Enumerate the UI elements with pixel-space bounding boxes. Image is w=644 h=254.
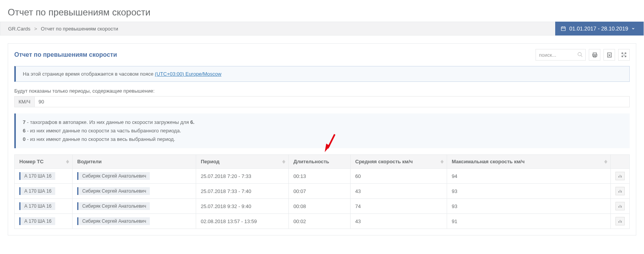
- svg-marker-22: [441, 162, 444, 164]
- cell-driver: Сибиряк Сергей Анатольевич: [73, 199, 196, 214]
- driver-tag[interactable]: Сибиряк Сергей Анатольевич: [77, 172, 150, 180]
- tz-prefix: На этой странице время отображается в ча…: [23, 71, 155, 77]
- date-range-text: 01.01.2017 - 28.10.2019: [569, 25, 628, 32]
- filter-label: Будут показаны только периоды, содержащи…: [14, 88, 630, 94]
- breadcrumb-root[interactable]: GR.Cards: [8, 26, 31, 32]
- bar-chart-icon: [618, 174, 622, 178]
- cell-duration: 00:08: [289, 199, 351, 214]
- cell-max: 91: [447, 214, 611, 229]
- cell-period: 25.07.2018 7:20 - 7:33: [196, 169, 289, 184]
- cell-action: [611, 169, 630, 184]
- speed-threshold-input[interactable]: [35, 96, 630, 107]
- row-chart-button[interactable]: [615, 187, 625, 195]
- panel-head: Отчет по превышениям скорости: [8, 44, 636, 66]
- sort-icon: [441, 160, 444, 164]
- cell-vehicle: А 170 ША 16: [15, 169, 73, 184]
- cell-max: 93: [447, 184, 611, 199]
- vehicle-tag[interactable]: А 170 ША 16: [19, 172, 55, 180]
- cell-duration: 00:02: [289, 214, 351, 229]
- col-max[interactable]: Максимальная скорость км/ч: [447, 155, 611, 169]
- expand-icon: [621, 52, 627, 58]
- cell-driver: Сибиряк Сергей Анатольевич: [73, 184, 196, 199]
- part-text: - из них имеют данные по скорости за час…: [25, 128, 181, 134]
- full-text: - из них имеют данные по скорости за вес…: [25, 136, 175, 142]
- svg-point-4: [578, 52, 581, 56]
- row-chart-button[interactable]: [615, 217, 625, 225]
- table-row: А 170 ША 16Сибиряк Сергей Анатольевич02.…: [15, 214, 630, 229]
- col-drivers[interactable]: Водители: [73, 155, 196, 169]
- cell-action: [611, 199, 630, 214]
- cell-period: 25.07.2018 9:32 - 9:40: [196, 199, 289, 214]
- chevron-down-icon: [631, 27, 635, 30]
- col-period-label: Период: [201, 159, 220, 164]
- cell-duration: 00:07: [289, 184, 351, 199]
- panel-title: Отчет по превышениям скорости: [14, 51, 117, 58]
- cell-driver: Сибиряк Сергей Анатольевич: [73, 214, 196, 229]
- col-avg[interactable]: Средняя скорость км/ч: [351, 155, 447, 169]
- cell-vehicle: А 170 ША 16: [15, 214, 73, 229]
- cell-action: [611, 184, 630, 199]
- speed-input-group: КМ/Ч: [14, 96, 630, 107]
- svg-marker-20: [282, 162, 285, 164]
- tach-text: - тахографов в автопарке. Из них данные …: [25, 119, 190, 125]
- driver-tag[interactable]: Сибиряк Сергей Анатольевич: [77, 217, 150, 225]
- driver-tag[interactable]: Сибиряк Сергей Анатольевич: [77, 202, 150, 210]
- bar-chart-icon: [618, 204, 622, 208]
- print-icon: [592, 52, 598, 58]
- row-chart-button[interactable]: [615, 202, 625, 210]
- table-header-row: Номер ТС Водители Период Длительность Ср…: [15, 155, 630, 169]
- svg-line-12: [622, 53, 624, 54]
- cell-vehicle: А 170 ША 16: [15, 199, 73, 214]
- bar-chart-icon: [618, 219, 622, 224]
- date-range-picker[interactable]: 01.01.2017 - 28.10.2019: [555, 22, 644, 36]
- summary-line-3: 0 - из них имеют данные по скорости за в…: [23, 135, 623, 144]
- bar-chart-icon: [618, 189, 622, 193]
- col-vehicle-label: Номер ТС: [19, 159, 44, 164]
- timezone-callout: На этой странице время отображается в ча…: [14, 66, 630, 82]
- report-table: Номер ТС Водители Период Длительность Ср…: [14, 154, 630, 229]
- report-panel: Отчет по превышениям скорости На этой ст…: [8, 43, 636, 235]
- vehicle-tag[interactable]: А 170 ША 16: [19, 217, 55, 225]
- col-vehicle[interactable]: Номер ТС: [15, 155, 73, 169]
- cell-action: [611, 214, 630, 229]
- summary-callout: 7 - тахографов в автопарке. Из них данны…: [14, 113, 630, 148]
- vehicle-tag[interactable]: А 170 ША 16: [19, 187, 55, 195]
- summary-line-1: 7 - тахографов в автопарке. Из них данны…: [23, 118, 623, 127]
- panel-body: На этой странице время отображается в ча…: [8, 66, 636, 235]
- col-max-label: Максимальная скорость км/ч: [452, 159, 525, 164]
- export-excel-button[interactable]: [603, 49, 615, 61]
- svg-line-14: [622, 55, 624, 57]
- col-period[interactable]: Период: [196, 155, 289, 169]
- cell-driver: Сибиряк Сергей Анатольевич: [73, 169, 196, 184]
- col-drivers-label: Водители: [77, 159, 102, 164]
- col-duration[interactable]: Длительность: [289, 155, 351, 169]
- col-duration-label: Длительность: [293, 159, 329, 164]
- cell-duration: 00:13: [289, 169, 351, 184]
- row-chart-button[interactable]: [615, 172, 625, 180]
- fullscreen-button[interactable]: [618, 49, 630, 61]
- svg-line-5: [581, 55, 582, 57]
- print-button[interactable]: [589, 49, 600, 61]
- table-row: А 170 ША 16Сибиряк Сергей Анатольевич25.…: [15, 199, 630, 214]
- driver-tag[interactable]: Сибиряк Сергей Анатольевич: [77, 187, 150, 195]
- svg-marker-24: [604, 162, 607, 164]
- svg-line-15: [624, 55, 626, 57]
- svg-marker-18: [66, 162, 69, 164]
- page-title: Отчет по превышениям скорости: [0, 0, 644, 22]
- cell-vehicle: А 170 ША 16: [15, 184, 73, 199]
- breadcrumb-bar: GR.Cards > Отчет по превышениям скорости…: [0, 22, 644, 36]
- excel-icon: [607, 52, 612, 58]
- col-avg-label: Средняя скорость км/ч: [355, 159, 413, 164]
- cell-avg: 43: [351, 184, 447, 199]
- col-action: [611, 155, 630, 169]
- vehicle-tag[interactable]: А 170 ША 16: [19, 202, 55, 210]
- table-row: А 170 ША 16Сибиряк Сергей Анатольевич25.…: [15, 169, 630, 184]
- cell-avg: 60: [351, 169, 447, 184]
- cell-max: 94: [447, 169, 611, 184]
- tz-link[interactable]: (UTC+03:00) Europe/Moscow: [155, 71, 221, 77]
- sort-icon: [66, 160, 69, 164]
- svg-line-13: [624, 53, 626, 54]
- svg-rect-0: [561, 27, 566, 30]
- cell-max: 93: [447, 199, 611, 214]
- breadcrumb-sep: >: [34, 26, 37, 32]
